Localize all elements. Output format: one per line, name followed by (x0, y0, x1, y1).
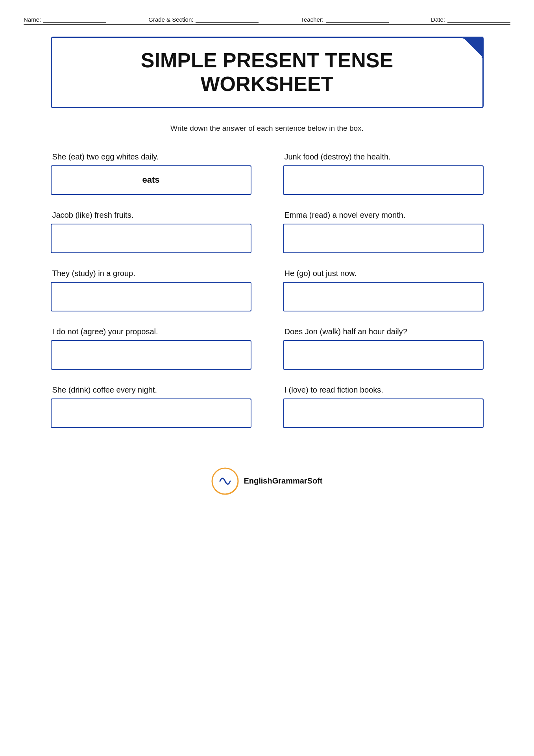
date-line (447, 16, 510, 23)
header-row: Name: Grade & Section: Teacher: Date: (24, 16, 510, 25)
grade-field: Grade & Section: (148, 16, 259, 23)
answer-box[interactable] (283, 282, 484, 311)
exercise-item: They (study) in a group. (51, 269, 251, 311)
exercise-sentence: They (study) in a group. (51, 269, 251, 278)
name-line (43, 16, 106, 23)
worksheet-title: SIMPLE PRESENT TENSE WORKSHEET (68, 49, 467, 96)
answer-box[interactable] (283, 224, 484, 253)
teacher-line (326, 16, 389, 23)
exercise-sentence: Emma (read) a novel every month. (283, 211, 484, 220)
brand-logo (211, 467, 239, 495)
answer-box[interactable] (51, 282, 251, 311)
teacher-label: Teacher: (301, 16, 324, 23)
exercise-item: Junk food (destroy) the health. (283, 152, 484, 195)
exercise-item: She (drink) coffee every night. (51, 385, 251, 428)
exercise-item: I do not (agree) your proposal. (51, 327, 251, 370)
svg-marker-0 (462, 38, 482, 58)
corner-fold (462, 38, 482, 58)
exercise-sentence: Junk food (destroy) the health. (283, 152, 484, 161)
footer: EnglishGrammarSoft (24, 467, 510, 495)
exercise-sentence: She (drink) coffee every night. (51, 385, 251, 395)
grade-line (196, 16, 259, 23)
exercise-sentence: I do not (agree) your proposal. (51, 327, 251, 336)
exercise-item: I (love) to read fiction books. (283, 385, 484, 428)
answer-box[interactable] (283, 165, 484, 195)
exercises-grid: She (eat) two egg whites daily.eatsJunk … (51, 152, 484, 444)
answer-box[interactable] (283, 340, 484, 370)
exercise-item: Jacob (like) fresh fruits. (51, 211, 251, 253)
exercise-sentence: Jacob (like) fresh fruits. (51, 211, 251, 220)
exercise-item: He (go) out just now. (283, 269, 484, 311)
name-field: Name: (24, 16, 106, 23)
answer-text: eats (142, 175, 159, 185)
exercise-sentence: Does Jon (walk) half an hour daily? (283, 327, 484, 336)
answer-box[interactable] (51, 398, 251, 428)
exercise-sentence: I (love) to read fiction books. (283, 385, 484, 395)
answer-box[interactable] (51, 340, 251, 370)
exercise-item: Does Jon (walk) half an hour daily? (283, 327, 484, 370)
date-field: Date: (431, 16, 510, 23)
title-box: SIMPLE PRESENT TENSE WORKSHEET (51, 37, 484, 108)
exercise-item: Emma (read) a novel every month. (283, 211, 484, 253)
instruction-text: Write down the answer of each sentence b… (24, 124, 510, 133)
answer-box[interactable]: eats (51, 165, 251, 195)
exercise-sentence: He (go) out just now. (283, 269, 484, 278)
answer-box[interactable] (51, 224, 251, 253)
grade-label: Grade & Section: (148, 16, 193, 23)
name-label: Name: (24, 16, 41, 23)
exercise-sentence: She (eat) two egg whites daily. (51, 152, 251, 161)
svg-marker-1 (462, 38, 482, 58)
exercise-item: She (eat) two egg whites daily.eats (51, 152, 251, 195)
date-label: Date: (431, 16, 445, 23)
brand-name: EnglishGrammarSoft (244, 476, 322, 485)
teacher-field: Teacher: (301, 16, 389, 23)
answer-box[interactable] (283, 398, 484, 428)
